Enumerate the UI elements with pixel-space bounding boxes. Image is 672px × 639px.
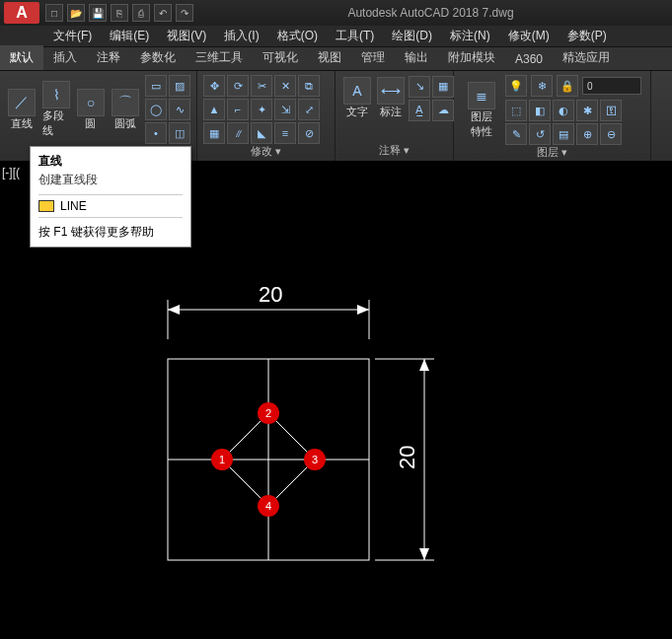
hatch-icon[interactable]: ▨	[169, 75, 190, 97]
polyline-button[interactable]: ⌇ 多段线	[40, 79, 73, 140]
layerfrz-icon[interactable]: ✱	[576, 100, 598, 121]
svg-text:3: 3	[312, 454, 318, 465]
qat-redo-icon[interactable]: ↷	[176, 4, 193, 22]
break-icon[interactable]: ⊘	[298, 122, 320, 144]
mirror-icon[interactable]: ▲	[203, 99, 225, 120]
stretch-icon[interactable]: ⇲	[274, 99, 296, 120]
tab-output[interactable]: 输出	[395, 45, 438, 70]
rect-icon[interactable]: ▭	[145, 75, 167, 97]
region-icon[interactable]: ◫	[169, 122, 190, 144]
menu-view[interactable]: 视图(V)	[159, 26, 214, 46]
layerlock-icon[interactable]: ⚿	[600, 100, 622, 121]
arc-icon: ⌒	[112, 89, 139, 116]
line-button[interactable]: ／ 直线	[6, 87, 38, 133]
circle-label: 圆	[85, 116, 96, 131]
layerdel-icon[interactable]: ⊖	[600, 123, 622, 145]
menu-insert[interactable]: 插入(I)	[216, 26, 266, 46]
qat-open-icon[interactable]: 📂	[67, 4, 85, 22]
layermerge-icon[interactable]: ⊕	[576, 123, 598, 145]
lock-icon[interactable]: 🔒	[557, 75, 578, 97]
menu-draw[interactable]: 绘图(D)	[384, 26, 440, 46]
menu-edit[interactable]: 编辑(E)	[102, 26, 157, 46]
scale-icon[interactable]: ⤢	[298, 99, 320, 120]
tab-parametric[interactable]: 参数化	[130, 45, 186, 70]
menu-file[interactable]: 文件(F)	[45, 26, 100, 46]
table-icon[interactable]: ▦	[432, 76, 454, 98]
panel-modify-title[interactable]: 修改 ▾	[203, 144, 329, 159]
dim-button[interactable]: ⟷ 标注	[375, 75, 407, 121]
tab-view[interactable]: 视图	[308, 45, 351, 70]
tab-visualize[interactable]: 可视化	[253, 45, 308, 70]
viewport-label[interactable]: [-][(	[2, 166, 20, 179]
layerprev-icon[interactable]: ↺	[529, 123, 551, 145]
bulb-icon[interactable]: 💡	[505, 75, 527, 97]
tab-annotate[interactable]: 注释	[87, 45, 130, 70]
app-logo[interactable]: A	[4, 2, 39, 24]
dimension-top: 20	[168, 282, 369, 339]
svg-text:1: 1	[219, 454, 225, 465]
tab-3dtools[interactable]: 三维工具	[186, 45, 253, 70]
arc-button[interactable]: ⌒ 圆弧	[109, 87, 141, 133]
ribbon-tabs: 默认 插入 注释 参数化 三维工具 可视化 视图 管理 输出 附加模块 A360…	[0, 47, 672, 71]
text-icon: A	[343, 77, 371, 105]
move-icon[interactable]: ✥	[203, 75, 225, 97]
freeze-icon[interactable]: ❄	[531, 75, 553, 97]
align-icon[interactable]: ≡	[274, 122, 296, 144]
chamfer-icon[interactable]: ◣	[251, 122, 272, 144]
menu-modify[interactable]: 修改(M)	[500, 26, 558, 46]
qat-print-icon[interactable]: ⎙	[132, 4, 150, 22]
tab-addin[interactable]: 附加模块	[438, 45, 505, 70]
qat-saveas-icon[interactable]: ⎘	[111, 4, 128, 22]
qat-undo-icon[interactable]: ↶	[154, 4, 172, 22]
panel-annot-title[interactable]: 注释 ▾	[341, 143, 447, 159]
mtext-icon[interactable]: A̲	[409, 100, 430, 121]
layer-tools: ⬚ ◧ ◐ ✱ ⚿ ✎ ↺ ▤ ⊕ ⊖	[505, 100, 641, 145]
trim-icon[interactable]: ✂	[251, 75, 272, 97]
menu-format[interactable]: 格式(O)	[269, 26, 326, 46]
tooltip-help: 按 F1 键获得更多帮助	[31, 218, 190, 247]
menu-tools[interactable]: 工具(T)	[328, 26, 382, 46]
point-icon[interactable]: •	[145, 122, 167, 144]
qat-new-icon[interactable]: □	[45, 4, 63, 22]
tab-featured[interactable]: 精选应用	[553, 45, 620, 70]
layer-props-button[interactable]: ≣ 图层 特性	[460, 80, 503, 141]
tab-insert[interactable]: 插入	[43, 45, 87, 70]
menu-param[interactable]: 参数(P)	[560, 26, 615, 46]
tooltip-command: LINE	[60, 199, 87, 213]
leader-icon[interactable]: ↘	[409, 76, 430, 98]
qat-save-icon[interactable]: 💾	[89, 4, 107, 22]
tab-a360[interactable]: A360	[505, 48, 553, 70]
array-icon[interactable]: ▦	[203, 122, 225, 144]
layeroff-icon[interactable]: ◐	[553, 100, 574, 121]
dim-label: 标注	[380, 105, 402, 119]
layerwalk-icon[interactable]: ▤	[553, 123, 574, 145]
panel-layers: ≣ 图层 特性 💡 ❄ 🔒 0 ⬚ ◧ ◐ ✱ ⚿ ✎ ↺	[454, 71, 651, 161]
panel-modify: ✥ ⟳ ✂ ✕ ⧉ ▲ ⌐ ✦ ⇲ ⤢ ▦ ⫽ ◣ ≡ ⊘ 修改 ▾	[197, 71, 336, 161]
layermatch-icon[interactable]: ⬚	[505, 100, 527, 121]
marker-4: 4	[258, 495, 279, 517]
ellipse-icon[interactable]: ◯	[145, 99, 167, 120]
cloud-icon[interactable]: ☁	[432, 100, 454, 121]
window-title: Autodesk AutoCAD 2018 7.dwg	[193, 6, 668, 20]
layermake-icon[interactable]: ✎	[505, 123, 527, 145]
rotate-icon[interactable]: ⟳	[227, 75, 249, 97]
panel-layers-title[interactable]: 图层 ▾	[460, 145, 644, 160]
offset-icon[interactable]: ⫽	[227, 122, 249, 144]
erase-icon[interactable]: ✕	[274, 75, 296, 97]
dim-right-text: 20	[395, 446, 419, 469]
menu-dimension[interactable]: 标注(N)	[442, 26, 498, 46]
layeriso-icon[interactable]: ◧	[529, 100, 551, 121]
fillet-icon[interactable]: ⌐	[227, 99, 249, 120]
spline-icon[interactable]: ∿	[169, 99, 190, 120]
dimension-right: 20	[375, 359, 434, 560]
quick-access-toolbar: □ 📂 💾 ⎘ ⎙ ↶ ↷	[45, 4, 193, 22]
layer-combo[interactable]: 0	[582, 77, 641, 95]
explode-icon[interactable]: ✦	[251, 99, 272, 120]
tab-default[interactable]: 默认	[0, 45, 43, 70]
circle-button[interactable]: ○ 圆	[75, 87, 108, 133]
tab-manage[interactable]: 管理	[351, 45, 395, 70]
copy-icon[interactable]: ⧉	[298, 75, 320, 97]
text-button[interactable]: A 文字	[341, 75, 373, 121]
text-label: 文字	[346, 105, 368, 119]
annot-extra: ↘ ▦ A̲ ☁	[409, 76, 454, 121]
